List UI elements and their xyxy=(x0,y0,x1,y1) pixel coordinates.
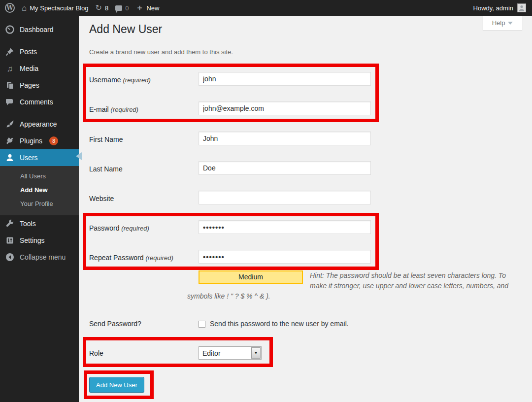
collapse-icon xyxy=(5,252,15,262)
send-password-checkbox[interactable] xyxy=(199,321,205,328)
tools-icon xyxy=(5,219,15,229)
wordpress-menu[interactable]: W xyxy=(5,3,15,13)
settings-icon xyxy=(5,235,15,245)
sidebar-label: Users xyxy=(20,154,38,162)
home-icon: ⌂ xyxy=(22,4,27,12)
comments-link[interactable]: 0 xyxy=(115,4,129,12)
first-name-label: First Name xyxy=(89,135,195,143)
dashboard-icon xyxy=(5,25,15,34)
sidebar-label: Collapse menu xyxy=(20,253,66,261)
updates-icon: ↻ xyxy=(96,4,102,12)
help-label: Help xyxy=(492,19,505,27)
username-label: Username (required) xyxy=(89,76,195,84)
last-name-input[interactable] xyxy=(199,161,371,175)
new-content-link[interactable]: ＋ New xyxy=(135,4,159,12)
sidebar-item-comments[interactable]: Comments xyxy=(0,94,79,110)
sidebar-item-users[interactable]: Users xyxy=(0,149,79,166)
updates-link[interactable]: ↻ 8 xyxy=(96,4,109,12)
username-input[interactable] xyxy=(199,72,371,86)
wordpress-admin-page: W ⌂ My Spectacular Blog ↻ 8 0 ＋ New Howd… xyxy=(0,0,532,402)
submenu-item-add-new[interactable]: Add New xyxy=(0,183,79,197)
updates-count: 8 xyxy=(105,4,108,12)
howdy-admin-link[interactable]: Howdy, admin xyxy=(473,4,513,12)
appearance-icon xyxy=(5,119,15,129)
users-icon xyxy=(5,153,15,163)
sidebar-item-settings[interactable]: Settings xyxy=(0,232,79,249)
send-password-label: Send Password? xyxy=(89,320,195,328)
help-button[interactable]: Help xyxy=(483,16,522,30)
repeat-password-input[interactable] xyxy=(199,250,371,264)
plugins-update-badge: 8 xyxy=(49,136,58,145)
comments-icon xyxy=(5,97,15,107)
admin-sidebar: Dashboard Posts ♫ Media Pages Comments xyxy=(0,16,79,402)
submenu-item-your-profile[interactable]: Your Profile xyxy=(0,197,79,211)
password-input[interactable] xyxy=(199,220,371,234)
sidebar-label: Pages xyxy=(20,81,39,89)
plugin-icon xyxy=(5,136,15,146)
email-label: E-mail (required) xyxy=(89,105,195,113)
sidebar-item-posts[interactable]: Posts xyxy=(0,43,79,60)
add-new-user-button[interactable]: Add New User xyxy=(89,377,144,393)
page-description: Create a brand new user and add them to … xyxy=(89,48,233,56)
password-hint-row: Medium Hint: The password should be at l… xyxy=(187,270,511,302)
current-menu-arrow xyxy=(76,152,82,160)
repeat-password-label: Repeat Password (required) xyxy=(89,254,195,262)
sidebar-label: Tools xyxy=(20,220,36,228)
first-name-input[interactable] xyxy=(199,132,371,145)
avatar[interactable] xyxy=(517,3,526,12)
role-label: Role xyxy=(89,349,195,357)
pin-icon xyxy=(5,47,15,57)
sidebar-label: Settings xyxy=(20,236,45,244)
sidebar-item-collapse-menu[interactable]: Collapse menu xyxy=(0,249,79,266)
sidebar-item-tools[interactable]: Tools xyxy=(0,215,79,232)
main-content: Help Add New User Create a brand new use… xyxy=(79,16,532,402)
sidebar-item-media[interactable]: ♫ Media xyxy=(0,60,79,77)
plus-icon: ＋ xyxy=(135,4,143,12)
sidebar-label: Posts xyxy=(20,48,37,56)
page-title: Add New User xyxy=(89,23,162,36)
new-label: New xyxy=(146,4,159,12)
sidebar-item-dashboard[interactable]: Dashboard xyxy=(0,21,79,38)
website-input[interactable] xyxy=(199,191,371,204)
sidebar-label: Dashboard xyxy=(20,26,54,34)
send-password-checkbox-label: Send this password to the new user by em… xyxy=(210,320,349,328)
sidebar-label: Media xyxy=(20,65,38,72)
chevron-down-icon xyxy=(508,22,513,25)
media-icon: ♫ xyxy=(5,64,15,73)
users-submenu: All Users Add New Your Profile xyxy=(0,166,79,215)
site-name: My Spectacular Blog xyxy=(30,4,88,12)
sidebar-item-pages[interactable]: Pages xyxy=(0,77,79,94)
password-strength-indicator: Medium xyxy=(199,270,303,284)
submenu-item-all-users[interactable]: All Users xyxy=(0,169,79,183)
last-name-label: Last Name xyxy=(89,165,195,173)
sidebar-label: Comments xyxy=(20,98,53,106)
sidebar-label: Appearance xyxy=(20,120,57,128)
dropdown-arrow-icon: ▼ xyxy=(251,347,261,359)
pages-icon xyxy=(5,80,15,90)
person-icon xyxy=(518,4,526,12)
admin-bar: W ⌂ My Spectacular Blog ↻ 8 0 ＋ New Howd… xyxy=(0,0,532,16)
site-name-link[interactable]: ⌂ My Spectacular Blog xyxy=(22,4,89,12)
password-label: Password (required) xyxy=(89,224,195,232)
role-select[interactable]: Editor ▼ xyxy=(199,346,262,360)
role-selected-value: Editor xyxy=(199,349,251,357)
comments-bubble-icon xyxy=(115,5,122,11)
sidebar-label: Plugins xyxy=(20,137,42,145)
wordpress-logo-icon: W xyxy=(5,3,15,13)
website-label: Website xyxy=(89,195,195,202)
sidebar-item-appearance[interactable]: Appearance xyxy=(0,116,79,133)
email-input[interactable] xyxy=(199,101,371,115)
sidebar-item-plugins[interactable]: Plugins 8 xyxy=(0,133,79,149)
comments-count: 0 xyxy=(125,4,129,12)
